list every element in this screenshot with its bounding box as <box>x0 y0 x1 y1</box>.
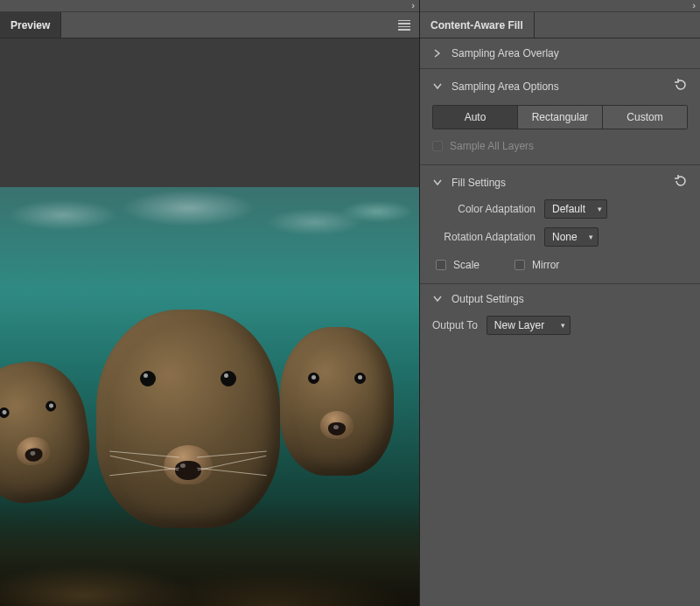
section-header-sampling-options[interactable]: Sampling Area Options <box>432 78 688 94</box>
rotation-adaptation-row: Rotation Adaptation None ▾ <box>432 227 688 247</box>
tab-label: Content-Aware Fill <box>430 19 523 31</box>
output-to-select[interactable]: New Layer ▾ <box>486 316 570 335</box>
section-output-settings: Output Settings Output To New Layer ▾ <box>420 284 700 347</box>
rotation-adaptation-select[interactable]: None ▾ <box>544 227 598 247</box>
rotation-adaptation-label: Rotation Adaptation <box>432 231 536 243</box>
right-tabrow: Content-Aware Fill <box>420 12 700 38</box>
preview-panel: ›› Preview <box>0 0 420 606</box>
preview-subject <box>280 327 394 476</box>
color-adaptation-select[interactable]: Default ▾ <box>544 199 607 219</box>
tab-preview[interactable]: Preview <box>0 12 61 38</box>
fill-checks-row: Scale Mirror <box>432 259 688 271</box>
color-adaptation-row: Color Adaptation Default ▾ <box>432 199 688 219</box>
sampling-mode-auto[interactable]: Auto <box>433 106 518 129</box>
chevron-down-icon <box>432 179 443 186</box>
output-to-row: Output To New Layer ▾ <box>432 316 688 335</box>
sampling-mode-segmented: Auto Rectangular Custom <box>432 105 688 129</box>
collapse-right-icon[interactable]: ›› <box>692 1 693 10</box>
section-fill-settings: Fill Settings Color Adaptation Default ▾… <box>420 165 700 284</box>
reset-icon[interactable] <box>674 174 688 191</box>
section-header-sampling-overlay[interactable]: Sampling Area Overlay <box>432 47 688 59</box>
preview-subject <box>96 310 280 528</box>
mirror-checkbox[interactable] <box>514 260 525 270</box>
chevron-down-icon <box>432 83 443 90</box>
preview-image[interactable] <box>0 187 419 606</box>
preview-empty-region <box>0 38 419 187</box>
section-header-fill-settings[interactable]: Fill Settings <box>432 174 688 191</box>
collapse-left-icon[interactable]: ›› <box>411 1 412 10</box>
section-sampling-options: Sampling Area Options Auto Rectangular C… <box>420 69 700 165</box>
chevron-down-icon <box>432 296 443 303</box>
preview-area <box>0 38 419 606</box>
sample-all-layers-row: Sample All Layers <box>432 140 688 152</box>
mirror-label: Mirror <box>532 259 559 271</box>
tab-content-aware-fill[interactable]: Content-Aware Fill <box>420 12 535 38</box>
section-title: Output Settings <box>452 293 524 305</box>
chevron-down-icon: ▾ <box>589 233 593 241</box>
scale-label: Scale <box>453 259 480 271</box>
section-sampling-overlay: Sampling Area Overlay <box>420 38 700 69</box>
left-tabrow: Preview <box>0 12 419 38</box>
panel-menu-button[interactable] <box>389 12 419 38</box>
scale-row: Scale <box>436 259 480 271</box>
chevron-down-icon: ▾ <box>598 205 602 213</box>
select-value: None <box>552 231 578 243</box>
select-value: New Layer <box>494 319 544 331</box>
sampling-mode-custom[interactable]: Custom <box>603 106 687 129</box>
content-aware-fill-panel: ›› Content-Aware Fill Sampling Area Over… <box>420 0 700 606</box>
select-value: Default <box>552 203 585 215</box>
scale-checkbox[interactable] <box>436 260 446 270</box>
chevron-right-icon <box>432 49 443 58</box>
hamburger-icon <box>398 20 410 31</box>
section-title: Sampling Area Options <box>452 80 559 93</box>
sample-all-layers-checkbox <box>432 141 443 151</box>
left-panel-topbar: ›› <box>0 0 419 12</box>
output-to-label: Output To <box>432 319 478 331</box>
sampling-mode-rectangular[interactable]: Rectangular <box>518 106 603 129</box>
sample-all-layers-label: Sample All Layers <box>450 140 534 152</box>
chevron-down-icon: ▾ <box>561 321 565 330</box>
color-adaptation-label: Color Adaptation <box>432 203 536 215</box>
mirror-row: Mirror <box>514 259 559 271</box>
reset-icon[interactable] <box>674 78 688 94</box>
section-title: Fill Settings <box>452 177 506 189</box>
section-title: Sampling Area Overlay <box>452 47 559 59</box>
tab-label: Preview <box>10 19 50 31</box>
section-header-output-settings[interactable]: Output Settings <box>432 293 688 305</box>
right-panel-topbar: ›› <box>420 0 700 12</box>
settings-sections: Sampling Area Overlay Sampling Area Opti… <box>420 38 700 606</box>
